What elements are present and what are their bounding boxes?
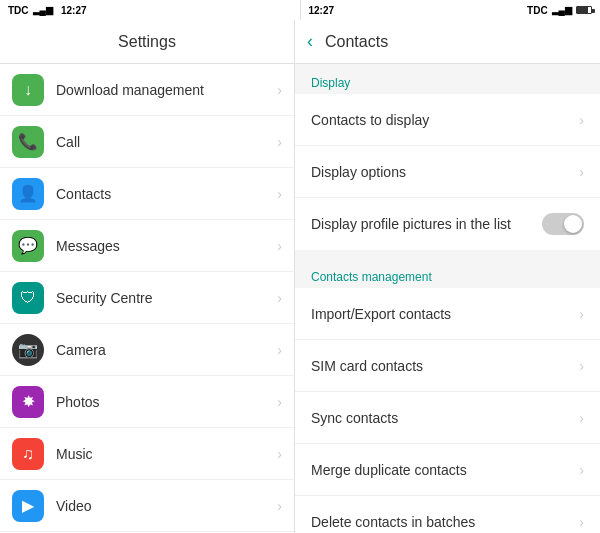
icon-camera: 📷 (12, 334, 44, 366)
status-bar-left: TDC ▂▄▆ 12:27 (0, 0, 300, 20)
left-panel: Settings ↓ Download management › 📞 Call … (0, 20, 295, 533)
section-group-contacts-management: Import/Export contacts›SIM card contacts… (295, 288, 600, 533)
left-panel-header: Settings (0, 20, 294, 64)
time-right: 12:27 (309, 5, 335, 16)
icon-video: ▶ (12, 490, 44, 522)
menu-label-call: Call (56, 134, 277, 150)
right-item-contacts-to-display[interactable]: Contacts to display› (295, 94, 600, 146)
icon-messages: 💬 (12, 230, 44, 262)
chevron-right-delete-batches: › (579, 514, 584, 530)
right-label-display-profile-pictures: Display profile pictures in the list (311, 216, 542, 232)
chevron-right-sync-contacts: › (579, 410, 584, 426)
menu-label-contacts: Contacts (56, 186, 277, 202)
chevron-camera: › (277, 342, 282, 358)
carrier-left: TDC (8, 5, 29, 16)
right-content: DisplayContacts to display›Display optio… (295, 64, 600, 533)
menu-label-camera: Camera (56, 342, 277, 358)
chevron-music: › (277, 446, 282, 462)
right-item-sim-card-contacts[interactable]: SIM card contacts› (295, 340, 600, 392)
icon-photos: ✸ (12, 386, 44, 418)
signal-right: ▂▄▆ (552, 5, 572, 15)
chevron-right-display-options: › (579, 164, 584, 180)
left-panel-title: Settings (118, 33, 176, 51)
right-label-display-options: Display options (311, 164, 579, 180)
section-group-display: Contacts to display›Display options›Disp… (295, 94, 600, 250)
right-item-display-profile-pictures[interactable]: Display profile pictures in the list (295, 198, 600, 250)
settings-menu-list: ↓ Download management › 📞 Call › 👤 Conta… (0, 64, 294, 533)
icon-contacts: 👤 (12, 178, 44, 210)
chevron-contacts: › (277, 186, 282, 202)
right-label-import-export: Import/Export contacts (311, 306, 579, 322)
status-bar-right: 12:27 TDC ▂▄▆ (300, 0, 601, 20)
chevron-security: › (277, 290, 282, 306)
right-item-merge-duplicate[interactable]: Merge duplicate contacts› (295, 444, 600, 496)
menu-label-music: Music (56, 446, 277, 462)
menu-item-messages[interactable]: 💬 Messages › (0, 220, 294, 272)
right-item-display-options[interactable]: Display options› (295, 146, 600, 198)
right-label-contacts-to-display: Contacts to display (311, 112, 579, 128)
right-item-delete-batches[interactable]: Delete contacts in batches› (295, 496, 600, 533)
menu-item-download[interactable]: ↓ Download management › (0, 64, 294, 116)
right-label-delete-batches: Delete contacts in batches (311, 514, 579, 530)
right-label-sim-card-contacts: SIM card contacts (311, 358, 579, 374)
menu-item-camera[interactable]: 📷 Camera › (0, 324, 294, 376)
menu-label-download: Download management (56, 82, 277, 98)
right-item-import-export[interactable]: Import/Export contacts› (295, 288, 600, 340)
right-panel-title: Contacts (325, 33, 388, 51)
right-item-sync-contacts[interactable]: Sync contacts› (295, 392, 600, 444)
chevron-download: › (277, 82, 282, 98)
menu-item-security[interactable]: 🛡 Security Centre › (0, 272, 294, 324)
menu-label-photos: Photos (56, 394, 277, 410)
menu-item-video[interactable]: ▶ Video › (0, 480, 294, 532)
section-header-display: Display (295, 64, 600, 94)
menu-item-photos[interactable]: ✸ Photos › (0, 376, 294, 428)
section-header-contacts-management: Contacts management (295, 258, 600, 288)
menu-label-messages: Messages (56, 238, 277, 254)
menu-item-music[interactable]: ♫ Music › (0, 428, 294, 480)
back-button[interactable]: ‹ (307, 31, 313, 52)
chevron-call: › (277, 134, 282, 150)
carrier-right: TDC (527, 5, 548, 16)
right-panel: ‹ Contacts DisplayContacts to display›Di… (295, 20, 600, 533)
chevron-right-sim-card-contacts: › (579, 358, 584, 374)
chevron-messages: › (277, 238, 282, 254)
time-left: 12:27 (61, 5, 87, 16)
right-panel-header: ‹ Contacts (295, 20, 600, 64)
menu-label-security: Security Centre (56, 290, 277, 306)
menu-item-contacts[interactable]: 👤 Contacts › (0, 168, 294, 220)
battery-icon (576, 6, 592, 14)
icon-music: ♫ (12, 438, 44, 470)
chevron-right-contacts-to-display: › (579, 112, 584, 128)
menu-label-video: Video (56, 498, 277, 514)
icon-security: 🛡 (12, 282, 44, 314)
icon-download: ↓ (12, 74, 44, 106)
icon-call: 📞 (12, 126, 44, 158)
right-label-merge-duplicate: Merge duplicate contacts (311, 462, 579, 478)
chevron-video: › (277, 498, 282, 514)
chevron-photos: › (277, 394, 282, 410)
signal-left: ▂▄▆ (33, 5, 53, 15)
chevron-right-merge-duplicate: › (579, 462, 584, 478)
toggle-display-profile-pictures[interactable] (542, 213, 584, 235)
right-label-sync-contacts: Sync contacts (311, 410, 579, 426)
menu-item-call[interactable]: 📞 Call › (0, 116, 294, 168)
chevron-right-import-export: › (579, 306, 584, 322)
